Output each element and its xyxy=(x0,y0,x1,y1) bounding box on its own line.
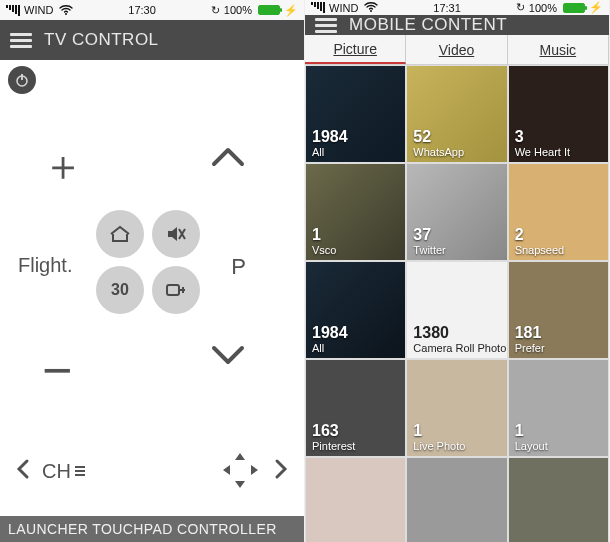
album-tile[interactable] xyxy=(306,458,405,542)
clock: 17:31 xyxy=(433,2,461,14)
volume-down-button[interactable]: − xyxy=(42,340,72,400)
flight-label: Flight. xyxy=(18,254,72,277)
album-name: All xyxy=(312,146,354,158)
album-name: Camera Roll Photo xyxy=(413,342,506,354)
tab-video-label: Video xyxy=(439,42,475,58)
statusbar-left: WIND 17:30 ↻ 100% ⚡ xyxy=(0,0,304,20)
input-button[interactable] xyxy=(152,266,200,314)
charging-icon: ⚡ xyxy=(284,4,298,17)
topbar-right: MOBILE CONTENT xyxy=(305,15,609,35)
tab-music-label: Music xyxy=(540,42,577,58)
clock: 17:30 xyxy=(128,4,156,16)
album-name: Snapseed xyxy=(515,244,565,256)
album-count: 1 xyxy=(413,422,459,440)
menu-icon[interactable] xyxy=(315,18,337,33)
album-name: Live Photo xyxy=(413,440,465,452)
prev-button[interactable] xyxy=(16,458,30,484)
ch-button[interactable]: CH xyxy=(42,460,85,483)
topbar-left: TV CONTROL xyxy=(0,20,304,60)
carrier-label: WIND xyxy=(329,2,358,14)
screen-tv-control: WIND 17:30 ↻ 100% ⚡ TV CONTROL ＋ − Fligh… xyxy=(0,0,305,542)
tab-picture[interactable]: Picture xyxy=(305,35,406,64)
tab-picture-label: Picture xyxy=(333,41,377,57)
battery-pct: 100% xyxy=(224,4,252,16)
album-name: All xyxy=(312,342,354,354)
battery-pct: 100% xyxy=(529,2,557,14)
album-tile[interactable]: 3We Heart It xyxy=(509,66,608,162)
album-name: Vsco xyxy=(312,244,336,256)
album-name: Pinterest xyxy=(312,440,355,452)
sync-icon: ↻ xyxy=(516,1,525,14)
svg-point-6 xyxy=(370,10,372,12)
album-count: 1 xyxy=(312,226,330,244)
menu-icon[interactable] xyxy=(10,33,32,48)
album-tile[interactable] xyxy=(407,458,506,542)
wifi-icon xyxy=(59,3,73,18)
album-tile[interactable]: 1984All xyxy=(306,66,405,162)
wifi-icon xyxy=(364,0,378,15)
album-count: 37 xyxy=(413,226,439,244)
album-tile[interactable] xyxy=(509,458,608,542)
album-count: 1 xyxy=(515,422,542,440)
album-count: 1380 xyxy=(413,324,500,342)
album-tile[interactable]: 163Pinterest xyxy=(306,360,405,456)
volume-up-button[interactable]: ＋ xyxy=(42,138,84,194)
page-title: TV CONTROL xyxy=(44,30,159,50)
album-name: Layout xyxy=(515,440,548,452)
album-tile[interactable]: 1Live Photo xyxy=(407,360,506,456)
svg-point-0 xyxy=(65,13,67,15)
album-tile[interactable]: 37Twitter xyxy=(407,164,506,260)
tab-video[interactable]: Video xyxy=(406,35,507,64)
album-name: WhatsApp xyxy=(413,146,464,158)
album-name: We Heart It xyxy=(515,146,570,158)
album-tile[interactable]: 2Snapseed xyxy=(509,164,608,260)
signal-icon xyxy=(311,2,325,13)
power-button[interactable] xyxy=(8,66,36,94)
charging-icon: ⚡ xyxy=(589,1,603,14)
album-tile[interactable]: 1Vsco xyxy=(306,164,405,260)
battery-icon xyxy=(258,5,280,15)
bottom-nav: CH xyxy=(0,450,304,492)
skip30-button[interactable]: 30 xyxy=(96,266,144,314)
album-count: 52 xyxy=(413,128,458,146)
album-tile[interactable]: 1380Camera Roll Photo xyxy=(407,262,506,358)
album-tile[interactable]: 1984All xyxy=(306,262,405,358)
screen-mobile-content: WIND 17:31 ↻ 100% ⚡ MOBILE CONTENT Pictu… xyxy=(305,0,610,542)
home-button[interactable] xyxy=(96,210,144,258)
content-tabs: Picture Video Music xyxy=(305,35,609,65)
album-name: Prefer xyxy=(515,342,548,354)
album-count: 163 xyxy=(312,422,349,440)
sync-icon: ↻ xyxy=(211,4,220,17)
ch-label: CH xyxy=(42,460,71,483)
carrier-label: WIND xyxy=(24,4,53,16)
album-tile[interactable]: 52WhatsApp xyxy=(407,66,506,162)
album-count: 3 xyxy=(515,128,564,146)
svg-rect-5 xyxy=(167,285,179,295)
album-tile[interactable]: 181Prefer xyxy=(509,262,608,358)
tv-control-body: ＋ − Flight. P 30 CH xyxy=(0,60,304,542)
dpad-icon[interactable] xyxy=(220,450,262,492)
battery-icon xyxy=(563,3,585,13)
statusbar-right: WIND 17:31 ↻ 100% ⚡ xyxy=(305,0,609,15)
album-grid[interactable]: 1984All 52WhatsApp 3We Heart It 1Vsco 37… xyxy=(305,65,609,542)
album-count: 2 xyxy=(515,226,559,244)
center-cluster: 30 xyxy=(96,210,200,314)
channel-up-button[interactable] xyxy=(208,142,248,176)
album-name: Twitter xyxy=(413,244,445,256)
mobile-content-body: Picture Video Music 1984All 52WhatsApp 3… xyxy=(305,35,609,542)
mute-button[interactable] xyxy=(152,210,200,258)
album-count: 1984 xyxy=(312,128,348,146)
tab-music[interactable]: Music xyxy=(508,35,609,64)
page-title: MOBILE CONTENT xyxy=(349,15,507,35)
p-label: P xyxy=(231,254,246,280)
album-count: 181 xyxy=(515,324,542,342)
channel-down-button[interactable] xyxy=(208,340,248,374)
album-count: 1984 xyxy=(312,324,348,342)
next-button[interactable] xyxy=(274,458,288,484)
launcher-bar: LAUNCHER TOUCHPAD CONTROLLER xyxy=(0,516,304,542)
signal-icon xyxy=(6,5,20,16)
album-tile[interactable]: 1Layout xyxy=(509,360,608,456)
